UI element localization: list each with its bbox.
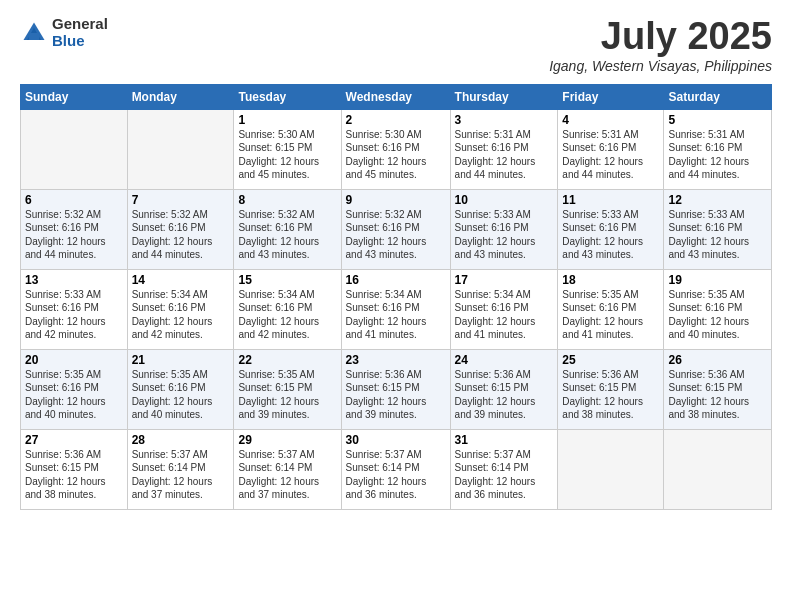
- day-info: Sunrise: 5:34 AM Sunset: 6:16 PM Dayligh…: [346, 288, 446, 342]
- table-row: 4Sunrise: 5:31 AM Sunset: 6:16 PM Daylig…: [558, 109, 664, 189]
- day-info: Sunrise: 5:34 AM Sunset: 6:16 PM Dayligh…: [132, 288, 230, 342]
- day-number: 2: [346, 113, 446, 127]
- col-sunday: Sunday: [21, 84, 128, 109]
- day-info: Sunrise: 5:37 AM Sunset: 6:14 PM Dayligh…: [346, 448, 446, 502]
- table-row: 29Sunrise: 5:37 AM Sunset: 6:14 PM Dayli…: [234, 429, 341, 509]
- table-row: 11Sunrise: 5:33 AM Sunset: 6:16 PM Dayli…: [558, 189, 664, 269]
- table-row: 16Sunrise: 5:34 AM Sunset: 6:16 PM Dayli…: [341, 269, 450, 349]
- table-row: 9Sunrise: 5:32 AM Sunset: 6:16 PM Daylig…: [341, 189, 450, 269]
- table-row: [558, 429, 664, 509]
- table-row: [21, 109, 128, 189]
- day-info: Sunrise: 5:36 AM Sunset: 6:15 PM Dayligh…: [562, 368, 659, 422]
- table-row: 17Sunrise: 5:34 AM Sunset: 6:16 PM Dayli…: [450, 269, 558, 349]
- day-info: Sunrise: 5:30 AM Sunset: 6:15 PM Dayligh…: [238, 128, 336, 182]
- day-info: Sunrise: 5:34 AM Sunset: 6:16 PM Dayligh…: [238, 288, 336, 342]
- calendar-week-row: 1Sunrise: 5:30 AM Sunset: 6:15 PM Daylig…: [21, 109, 772, 189]
- day-number: 22: [238, 353, 336, 367]
- day-info: Sunrise: 5:31 AM Sunset: 6:16 PM Dayligh…: [562, 128, 659, 182]
- day-info: Sunrise: 5:37 AM Sunset: 6:14 PM Dayligh…: [132, 448, 230, 502]
- col-saturday: Saturday: [664, 84, 772, 109]
- day-number: 17: [455, 273, 554, 287]
- day-info: Sunrise: 5:35 AM Sunset: 6:16 PM Dayligh…: [25, 368, 123, 422]
- day-number: 18: [562, 273, 659, 287]
- table-row: 3Sunrise: 5:31 AM Sunset: 6:16 PM Daylig…: [450, 109, 558, 189]
- table-row: 21Sunrise: 5:35 AM Sunset: 6:16 PM Dayli…: [127, 349, 234, 429]
- day-number: 1: [238, 113, 336, 127]
- table-row: 13Sunrise: 5:33 AM Sunset: 6:16 PM Dayli…: [21, 269, 128, 349]
- table-row: 18Sunrise: 5:35 AM Sunset: 6:16 PM Dayli…: [558, 269, 664, 349]
- day-info: Sunrise: 5:36 AM Sunset: 6:15 PM Dayligh…: [455, 368, 554, 422]
- day-number: 10: [455, 193, 554, 207]
- day-number: 27: [25, 433, 123, 447]
- day-number: 29: [238, 433, 336, 447]
- day-number: 26: [668, 353, 767, 367]
- calendar-week-row: 27Sunrise: 5:36 AM Sunset: 6:15 PM Dayli…: [21, 429, 772, 509]
- day-number: 11: [562, 193, 659, 207]
- page: General Blue July 2025 Igang, Western Vi…: [0, 0, 792, 612]
- table-row: 7Sunrise: 5:32 AM Sunset: 6:16 PM Daylig…: [127, 189, 234, 269]
- logo-text: General Blue: [52, 16, 108, 49]
- logo-blue: Blue: [52, 33, 108, 50]
- day-number: 24: [455, 353, 554, 367]
- table-row: [664, 429, 772, 509]
- col-monday: Monday: [127, 84, 234, 109]
- day-info: Sunrise: 5:31 AM Sunset: 6:16 PM Dayligh…: [455, 128, 554, 182]
- day-info: Sunrise: 5:30 AM Sunset: 6:16 PM Dayligh…: [346, 128, 446, 182]
- col-tuesday: Tuesday: [234, 84, 341, 109]
- table-row: 25Sunrise: 5:36 AM Sunset: 6:15 PM Dayli…: [558, 349, 664, 429]
- table-row: 26Sunrise: 5:36 AM Sunset: 6:15 PM Dayli…: [664, 349, 772, 429]
- day-number: 28: [132, 433, 230, 447]
- day-info: Sunrise: 5:36 AM Sunset: 6:15 PM Dayligh…: [668, 368, 767, 422]
- title-month: July 2025: [549, 16, 772, 58]
- table-row: 19Sunrise: 5:35 AM Sunset: 6:16 PM Dayli…: [664, 269, 772, 349]
- day-info: Sunrise: 5:32 AM Sunset: 6:16 PM Dayligh…: [132, 208, 230, 262]
- day-number: 3: [455, 113, 554, 127]
- day-info: Sunrise: 5:35 AM Sunset: 6:16 PM Dayligh…: [562, 288, 659, 342]
- day-info: Sunrise: 5:36 AM Sunset: 6:15 PM Dayligh…: [25, 448, 123, 502]
- day-info: Sunrise: 5:37 AM Sunset: 6:14 PM Dayligh…: [455, 448, 554, 502]
- table-row: 31Sunrise: 5:37 AM Sunset: 6:14 PM Dayli…: [450, 429, 558, 509]
- day-number: 9: [346, 193, 446, 207]
- day-number: 15: [238, 273, 336, 287]
- day-info: Sunrise: 5:32 AM Sunset: 6:16 PM Dayligh…: [25, 208, 123, 262]
- logo: General Blue: [20, 16, 108, 49]
- calendar-week-row: 20Sunrise: 5:35 AM Sunset: 6:16 PM Dayli…: [21, 349, 772, 429]
- day-info: Sunrise: 5:31 AM Sunset: 6:16 PM Dayligh…: [668, 128, 767, 182]
- table-row: 22Sunrise: 5:35 AM Sunset: 6:15 PM Dayli…: [234, 349, 341, 429]
- day-number: 6: [25, 193, 123, 207]
- table-row: 27Sunrise: 5:36 AM Sunset: 6:15 PM Dayli…: [21, 429, 128, 509]
- day-info: Sunrise: 5:35 AM Sunset: 6:16 PM Dayligh…: [132, 368, 230, 422]
- table-row: 23Sunrise: 5:36 AM Sunset: 6:15 PM Dayli…: [341, 349, 450, 429]
- day-number: 12: [668, 193, 767, 207]
- day-number: 30: [346, 433, 446, 447]
- day-info: Sunrise: 5:35 AM Sunset: 6:16 PM Dayligh…: [668, 288, 767, 342]
- table-row: 28Sunrise: 5:37 AM Sunset: 6:14 PM Dayli…: [127, 429, 234, 509]
- table-row: 5Sunrise: 5:31 AM Sunset: 6:16 PM Daylig…: [664, 109, 772, 189]
- day-info: Sunrise: 5:33 AM Sunset: 6:16 PM Dayligh…: [668, 208, 767, 262]
- day-number: 19: [668, 273, 767, 287]
- table-row: 20Sunrise: 5:35 AM Sunset: 6:16 PM Dayli…: [21, 349, 128, 429]
- header: General Blue July 2025 Igang, Western Vi…: [20, 16, 772, 74]
- day-info: Sunrise: 5:37 AM Sunset: 6:14 PM Dayligh…: [238, 448, 336, 502]
- day-number: 14: [132, 273, 230, 287]
- col-friday: Friday: [558, 84, 664, 109]
- day-info: Sunrise: 5:33 AM Sunset: 6:16 PM Dayligh…: [562, 208, 659, 262]
- table-row: 2Sunrise: 5:30 AM Sunset: 6:16 PM Daylig…: [341, 109, 450, 189]
- calendar-header-row: Sunday Monday Tuesday Wednesday Thursday…: [21, 84, 772, 109]
- day-info: Sunrise: 5:33 AM Sunset: 6:16 PM Dayligh…: [25, 288, 123, 342]
- day-number: 31: [455, 433, 554, 447]
- day-number: 21: [132, 353, 230, 367]
- table-row: [127, 109, 234, 189]
- logo-general: General: [52, 16, 108, 33]
- logo-icon: [20, 19, 48, 47]
- day-info: Sunrise: 5:35 AM Sunset: 6:15 PM Dayligh…: [238, 368, 336, 422]
- table-row: 10Sunrise: 5:33 AM Sunset: 6:16 PM Dayli…: [450, 189, 558, 269]
- day-number: 8: [238, 193, 336, 207]
- calendar: Sunday Monday Tuesday Wednesday Thursday…: [20, 84, 772, 510]
- svg-rect-2: [29, 33, 40, 40]
- col-thursday: Thursday: [450, 84, 558, 109]
- table-row: 12Sunrise: 5:33 AM Sunset: 6:16 PM Dayli…: [664, 189, 772, 269]
- day-info: Sunrise: 5:36 AM Sunset: 6:15 PM Dayligh…: [346, 368, 446, 422]
- day-number: 4: [562, 113, 659, 127]
- day-number: 16: [346, 273, 446, 287]
